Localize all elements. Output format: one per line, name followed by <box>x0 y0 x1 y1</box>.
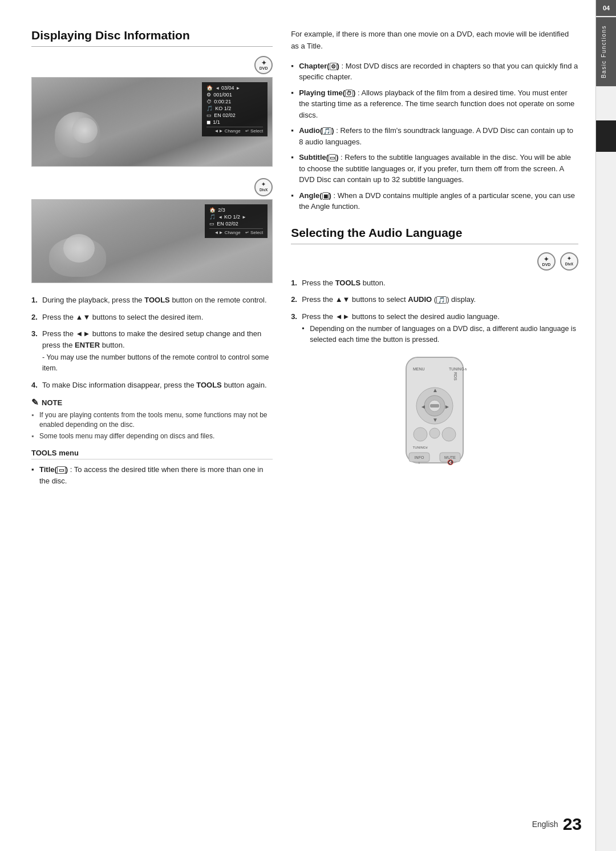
divx-label: DivX <box>260 188 268 192</box>
osd2-footer: ◄► Change ↵ Select <box>209 228 263 235</box>
svg-text:i: i <box>419 461 419 465</box>
svg-rect-7 <box>430 404 439 408</box>
steps2-list: 1. Press the TOOLS button. 2. Press the … <box>291 277 578 345</box>
step2-1-text: Press the TOOLS button. <box>302 277 385 289</box>
osd2-title: 2/3 <box>218 207 225 213</box>
tools-menu: TOOLS menu ▪ Title(▭) : To access the de… <box>31 449 273 486</box>
section1-title: Displaying Disc Information <box>31 29 273 47</box>
dvd-badge-container1: ✦ DVD <box>31 56 273 74</box>
main-content: Displaying Disc Information ✦ DVD 🏠 ◄03/… <box>0 0 595 851</box>
osd1-audio: KO 1/2 <box>215 106 231 111</box>
osd2-subtitle: EN 02/02 <box>217 221 238 227</box>
sidebar-tab: 04 Basic Functions <box>595 0 616 851</box>
svg-point-14 <box>442 427 456 441</box>
svg-text:MUTE: MUTE <box>444 455 456 459</box>
osd1-time: 0:00:21 <box>214 99 231 104</box>
osd1-subtitle: EN 02/02 <box>214 112 236 118</box>
osd-overlay2: 🏠 2/3 🎵 ◄KO 1/2► ▭ EN 02/02 ◄► Change ↵ … <box>205 204 268 238</box>
osd2-audio: KO 1/2 <box>224 214 240 220</box>
note-icon: ✎ <box>31 397 39 408</box>
svg-text:▲: ▲ <box>432 387 438 393</box>
step4: 4. To make Disc information disappear, p… <box>31 380 273 391</box>
svg-text:INFO: INFO <box>415 455 424 459</box>
sidebar-black-bar <box>596 120 616 152</box>
tools-menu-item-title: ▪ Title(▭) : To access the desired title… <box>31 464 273 486</box>
step2-3-sub: • Depending on the number of languages o… <box>302 324 578 345</box>
step1: 1. During the playback, press the TOOLS … <box>31 295 273 306</box>
chapter-label: Basic Functions <box>596 17 616 86</box>
osd1-row3: ⏱ 0:00:21 <box>206 99 263 104</box>
osd2-row1: 🏠 2/3 <box>209 207 263 213</box>
divx-badge: ✦ DivX <box>254 178 273 196</box>
body-text: For example, if there is more than one m… <box>291 29 578 53</box>
screenshot1-container: 🏠 ◄03/04► ⚙ 001/001 ⏱ 0:00:21 🎵 KO 1/2 ▭ <box>31 77 273 167</box>
dvd-badge2-label: DVD <box>542 263 551 267</box>
tools-menu-list: ▪ Title(▭) : To access the desired title… <box>31 464 273 486</box>
osd2-row3: ▭ EN 02/02 <box>209 221 263 227</box>
note-item2: ▪ Some tools menu may differ depending o… <box>31 431 273 441</box>
osd1-title: 03/04 <box>221 85 234 91</box>
section2-title: Selecting the Audio Language <box>291 226 578 244</box>
svg-text:▼: ▼ <box>432 417 438 423</box>
bullet-playing-time: ▪ Playing time(⏱) : Allows playback of t… <box>291 87 578 121</box>
osd-overlay1: 🏠 ◄03/04► ⚙ 001/001 ⏱ 0:00:21 🎵 KO 1/2 ▭ <box>202 82 268 136</box>
tools-menu-title: TOOLS menu <box>31 449 273 459</box>
step1-number: 1. <box>31 295 39 306</box>
step2-3-number: 3. <box>291 311 299 345</box>
dvd-star: ✦ <box>261 59 266 66</box>
svg-text:►: ► <box>444 404 450 410</box>
divx-badge2-label: DivX <box>565 262 573 266</box>
svg-text:TUNING∧: TUNING∧ <box>449 367 467 371</box>
dvd-label1: DVD <box>260 66 268 71</box>
right-bullet-list: ▪ Chapter(⚙) : Most DVD discs are record… <box>291 61 578 212</box>
footer-lang: English <box>532 820 558 829</box>
step4-number: 4. <box>31 380 39 391</box>
step4-text: To make Disc information disappear, pres… <box>42 380 267 391</box>
step3-sub: - You may use the number buttons of the … <box>42 352 273 374</box>
step2-3: 3. Press the ◄► buttons to select the de… <box>291 311 578 345</box>
step2-1: 1. Press the TOOLS button. <box>291 277 578 289</box>
remote-control-illustration: MENU TUNING∧ RDS ▲ ▼ ◄ ► <box>389 354 480 469</box>
chapter-number: 04 <box>596 0 616 16</box>
footer-page: 23 <box>563 814 582 834</box>
osd1-row5: ▭ EN 02/02 <box>206 112 263 118</box>
left-column: Displaying Disc Information ✦ DVD 🏠 ◄03/… <box>31 29 283 822</box>
osd1-row4: 🎵 KO 1/2 <box>206 106 263 111</box>
osd1-row2: ⚙ 001/001 <box>206 92 263 98</box>
divx-badge2: ✦ DivX <box>560 252 578 271</box>
screenshot2-container: 🏠 2/3 🎵 ◄KO 1/2► ▭ EN 02/02 ◄► Change ↵ … <box>31 199 273 283</box>
step3-content: Press the ◄► buttons to make the desired… <box>42 328 273 374</box>
svg-text:◄: ◄ <box>420 404 426 410</box>
bullet-angle: ▪ Angle(◼) : When a DVD contains multipl… <box>291 190 578 212</box>
osd1-row6: ◼ 1/1 <box>206 119 263 125</box>
osd2-row2: 🎵 ◄KO 1/2► <box>209 214 263 220</box>
step3: 3. Press the ◄► buttons to make the desi… <box>31 328 273 374</box>
dvd-badge1: ✦ DVD <box>254 56 273 74</box>
section2: Selecting the Audio Language ✦ DVD ✦ Div… <box>291 226 578 469</box>
step2-2-number: 2. <box>291 294 299 305</box>
osd1-footer: ◄► Change ↵ Select <box>206 127 263 134</box>
remote-svg: MENU TUNING∧ RDS ▲ ▼ ◄ ► <box>389 354 480 469</box>
page-footer: English 23 <box>532 814 582 834</box>
step2-text: Press the ▲▼ buttons to select the desir… <box>42 312 203 323</box>
dvd-badge2: ✦ DVD <box>537 252 556 271</box>
steps-list: 1. During the playback, press the TOOLS … <box>31 295 273 390</box>
svg-point-12 <box>414 427 427 441</box>
osd1-chapter: 001/001 <box>213 92 232 98</box>
note-title: ✎ NOTE <box>31 397 273 408</box>
note-item1: ▪ If you are playing contents from the t… <box>31 410 273 430</box>
step2-3-text: Press the ◄► buttons to select the desir… <box>302 312 500 321</box>
svg-text:🔇: 🔇 <box>447 459 454 466</box>
step2-1-number: 1. <box>291 277 299 289</box>
step1-text: During the playback, press the TOOLS but… <box>42 295 267 306</box>
step2-2: 2. Press the ▲▼ buttons to select AUDIO … <box>291 294 578 305</box>
svg-text:RDS: RDS <box>453 372 457 381</box>
svg-point-13 <box>429 428 440 438</box>
right-column: For example, if there is more than one m… <box>283 29 578 822</box>
step2: 2. Press the ▲▼ buttons to select the de… <box>31 312 273 323</box>
divx-badge-container: ✦ DivX <box>31 178 273 196</box>
step2-3-content: Press the ◄► buttons to select the desir… <box>302 311 578 345</box>
note-box: ✎ NOTE ▪ If you are playing contents fro… <box>31 397 273 441</box>
section2-badges: ✦ DVD ✦ DivX <box>291 252 578 271</box>
svg-text:MENU: MENU <box>413 367 425 371</box>
